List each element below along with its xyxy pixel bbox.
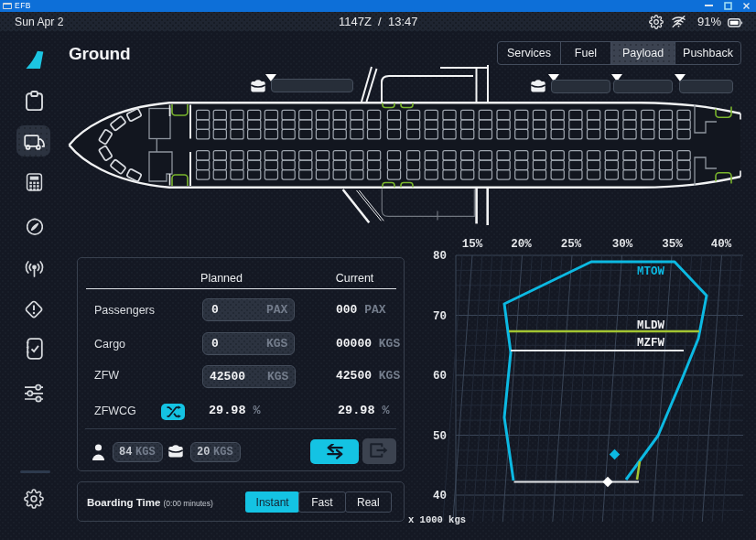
svg-text:MLDW: MLDW xyxy=(637,319,665,332)
svg-text:25%: 25% xyxy=(561,238,582,251)
svg-text:70: 70 xyxy=(433,310,447,323)
svg-text:60: 60 xyxy=(433,370,447,383)
svg-text:20%: 20% xyxy=(511,238,532,251)
svg-text:x 1000 kgs: x 1000 kgs xyxy=(408,514,466,525)
svg-text:35%: 35% xyxy=(662,238,683,251)
svg-text:30%: 30% xyxy=(612,238,633,251)
svg-text:80: 80 xyxy=(433,250,447,263)
svg-text:15%: 15% xyxy=(462,238,483,251)
svg-text:MZFW: MZFW xyxy=(637,337,665,350)
svg-text:40%: 40% xyxy=(711,238,732,251)
svg-text:50: 50 xyxy=(433,430,447,443)
svg-text:40: 40 xyxy=(433,490,447,502)
svg-text:MTOW: MTOW xyxy=(637,265,665,278)
